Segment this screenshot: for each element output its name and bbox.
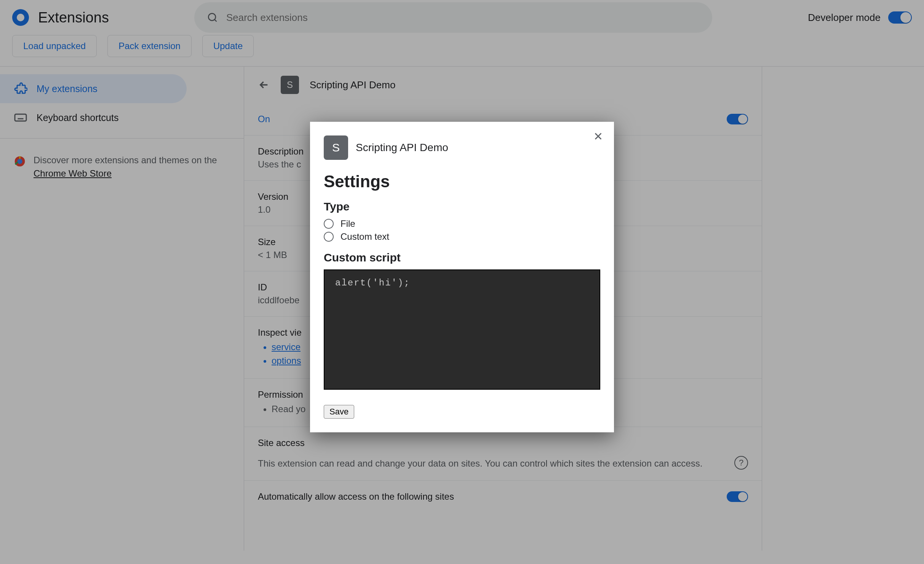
type-heading: Type: [324, 200, 600, 213]
extension-badge: S: [324, 135, 348, 160]
modal-overlay: ✕ S Scripting API Demo Settings Type Fil…: [0, 0, 924, 564]
radio-custom-label: Custom text: [341, 231, 389, 242]
settings-heading: Settings: [324, 172, 600, 191]
save-button[interactable]: Save: [324, 405, 354, 419]
radio-file[interactable]: File: [324, 218, 600, 229]
modal-extension-title: Scripting API Demo: [356, 142, 448, 154]
radio-custom-text[interactable]: Custom text: [324, 231, 600, 242]
options-modal: ✕ S Scripting API Demo Settings Type Fil…: [310, 122, 614, 432]
radio-icon: [324, 219, 334, 229]
custom-script-textarea[interactable]: alert('hi');: [324, 269, 600, 390]
close-icon[interactable]: ✕: [591, 129, 605, 143]
radio-icon: [324, 232, 334, 242]
radio-file-label: File: [341, 218, 355, 229]
custom-script-heading: Custom script: [324, 251, 600, 264]
